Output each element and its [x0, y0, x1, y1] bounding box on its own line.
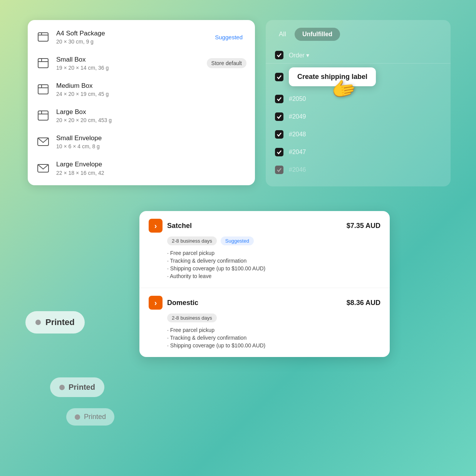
delivery-days-tag: 2-8 business days — [167, 236, 217, 245]
envelope-icon — [36, 161, 50, 175]
order-number: #2047 — [289, 149, 306, 156]
list-item[interactable]: Small Box 19 × 20 × 14 cm, 36 g Store de… — [28, 50, 255, 76]
package-name: Large Envelope — [56, 160, 246, 169]
carrier-icon: › — [149, 296, 163, 310]
feature: · Free parcel pickup — [167, 250, 380, 256]
package-info: Large Box 20 × 20 × 20 cm, 453 g — [56, 108, 246, 123]
suggested-badge: Suggested — [211, 32, 246, 42]
shipping-option-satchel[interactable]: › Satchel $7.35 AUD 2-8 business days Su… — [139, 211, 390, 288]
package-info: Medium Box 24 × 20 × 19 cm, 45 g — [56, 82, 246, 97]
package-name: Small Box — [56, 55, 201, 64]
order-number: #2048 — [289, 131, 306, 138]
order-row[interactable]: #2047 — [266, 143, 451, 161]
package-name: Small Envelope — [56, 134, 246, 142]
package-icon — [36, 82, 50, 96]
package-dims: 24 × 20 × 19 cm, 45 g — [56, 91, 246, 97]
feature: · Shipping coverage (up to $100.00 AUD) — [167, 342, 380, 349]
shipping-features: · Free parcel pickup · Tracking & delive… — [167, 327, 380, 349]
package-icon — [36, 109, 50, 122]
package-dims: 19 × 20 × 14 cm, 36 g — [56, 65, 201, 71]
shipping-option-header: › Satchel $7.35 AUD — [149, 219, 380, 233]
filter-row: All Unfulfilled — [266, 28, 451, 47]
list-item[interactable]: Large Box 20 × 20 × 20 cm, 453 g — [28, 102, 255, 129]
printed-badge-small: Printed — [66, 408, 114, 426]
package-info: Small Box 19 × 20 × 14 cm, 36 g — [56, 55, 201, 71]
store-default-badge: Store default — [207, 58, 246, 68]
select-all-checkbox[interactable] — [275, 51, 283, 59]
svg-rect-3 — [38, 59, 48, 68]
svg-rect-0 — [38, 33, 48, 41]
printed-label: Printed — [45, 317, 75, 327]
order-row[interactable]: #2048 — [266, 126, 451, 143]
package-dims: 20 × 30 cm, 9 g — [56, 39, 205, 45]
printed-label: Printed — [84, 413, 106, 421]
carrier-icon: › — [149, 219, 163, 233]
package-name: Large Box — [56, 108, 246, 116]
feature: · Shipping coverage (up to $100.00 AUD) — [167, 265, 380, 272]
package-dims: 22 × 18 × 16 cm, 42 — [56, 170, 246, 176]
package-name: Medium Box — [56, 82, 246, 90]
order-column-label: Order ▾ — [289, 52, 309, 59]
filter-all-button[interactable]: All — [275, 28, 290, 40]
package-info: A4 Soft Package 20 × 30 cm, 9 g — [56, 29, 205, 45]
svg-rect-6 — [38, 85, 48, 94]
feature: · Tracking & delivery confirmation — [167, 335, 380, 341]
order-row[interactable]: #2050 — [266, 90, 451, 108]
shipping-tags: 2-8 business days — [167, 313, 380, 322]
order-checkbox[interactable] — [275, 95, 283, 103]
list-item[interactable]: Large Envelope 22 × 18 × 16 cm, 42 — [28, 155, 255, 181]
shipping-option-header: › Domestic $8.36 AUD — [149, 296, 380, 310]
package-list-card: A4 Soft Package 20 × 30 cm, 9 g Suggeste… — [28, 20, 255, 185]
order-number: #2050 — [289, 96, 306, 102]
carrier-price: $8.36 AUD — [347, 299, 380, 307]
svg-rect-9 — [38, 111, 48, 120]
package-info: Large Envelope 22 × 18 × 16 cm, 42 — [56, 160, 246, 176]
list-item[interactable]: Small Envelope 10 × 6 × 4 cm, 8 g — [28, 129, 255, 155]
printed-badge-large: Printed — [25, 311, 85, 334]
order-checkbox[interactable] — [275, 166, 283, 174]
printed-dot-icon — [59, 385, 65, 390]
shipping-tags: 2-8 business days Suggested — [167, 236, 380, 245]
printed-label: Printed — [69, 383, 95, 392]
printed-dot-icon — [75, 414, 80, 420]
order-header-row: Order ▾ — [266, 47, 451, 64]
shipping-features: · Free parcel pickup · Tracking & delive… — [167, 250, 380, 279]
carrier-name: Domestic — [167, 299, 342, 307]
shipping-option-domestic[interactable]: › Domestic $8.36 AUD 2-8 business days ·… — [139, 288, 390, 357]
package-icon — [36, 30, 50, 44]
order-checkbox[interactable] — [275, 112, 283, 121]
create-shipping-label-row: Create shipping label — [266, 64, 451, 90]
feature: · Authority to leave — [167, 273, 380, 279]
package-info: Small Envelope 10 × 6 × 4 cm, 8 g — [56, 134, 246, 149]
list-item[interactable]: A4 Soft Package 20 × 30 cm, 9 g Suggeste… — [28, 24, 255, 50]
order-number: #2046 — [289, 166, 306, 173]
order-checkbox[interactable] — [275, 130, 283, 139]
printed-dot-icon — [35, 320, 41, 325]
list-item[interactable]: Medium Box 24 × 20 × 19 cm, 45 g — [28, 76, 255, 102]
shipping-options-card: › Satchel $7.35 AUD 2-8 business days Su… — [139, 211, 390, 357]
create-shipping-label-button[interactable]: Create shipping label — [289, 67, 376, 86]
filter-unfulfilled-button[interactable]: Unfulfilled — [295, 28, 340, 41]
package-icon — [36, 56, 50, 70]
order-checkbox[interactable] — [275, 73, 283, 81]
order-checkbox[interactable] — [275, 148, 283, 156]
package-dims: 10 × 6 × 4 cm, 8 g — [56, 143, 246, 149]
carrier-price: $7.35 AUD — [347, 222, 380, 230]
feature: · Tracking & delivery confirmation — [167, 258, 380, 264]
feature: · Free parcel pickup — [167, 327, 380, 333]
order-row[interactable]: #2046 — [266, 161, 451, 179]
carrier-name: Satchel — [167, 222, 342, 230]
delivery-days-tag: 2-8 business days — [167, 313, 217, 322]
package-dims: 20 × 20 × 20 cm, 453 g — [56, 117, 246, 123]
suggested-tag: Suggested — [221, 236, 254, 245]
orders-panel: All Unfulfilled Order ▾ Create shipping … — [266, 20, 451, 186]
order-row[interactable]: #2049 — [266, 108, 451, 126]
printed-badge-medium: Printed — [50, 377, 104, 397]
order-number: #2049 — [289, 113, 306, 120]
envelope-icon — [36, 135, 50, 149]
package-name: A4 Soft Package — [56, 29, 205, 38]
